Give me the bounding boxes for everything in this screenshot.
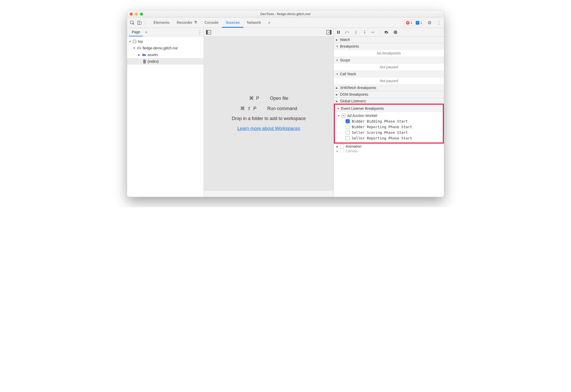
learn-workspaces-link[interactable]: Learn more about Workspaces — [237, 126, 300, 131]
inspect-icon[interactable] — [129, 19, 136, 26]
checkbox-checked[interactable]: ✓ — [346, 119, 350, 123]
svg-rect-2 — [139, 22, 141, 25]
svg-rect-5 — [206, 30, 208, 34]
svg-rect-3 — [133, 40, 136, 43]
callstack-empty: Not paused — [334, 77, 444, 84]
main-toolbar: Elements Recorder⚗ Console Sources Netwo… — [127, 18, 444, 28]
tree-top[interactable]: ▼ top — [127, 38, 204, 45]
checkbox-unchecked[interactable] — [346, 130, 350, 135]
chevron-right-icon: ▶ — [138, 52, 140, 58]
cloud-icon — [137, 47, 141, 50]
elb-group-animation[interactable]: ▶ Animation — [334, 144, 444, 149]
tab-network[interactable]: Network — [243, 18, 265, 28]
chevron-right-icon: ▶ — [336, 93, 338, 96]
section-event-listener-breakpoints[interactable]: ▼Event Listener Breakpoints — [335, 105, 443, 112]
svg-point-13 — [371, 32, 372, 33]
open-file-shortcut: ⌘ P — [249, 95, 260, 101]
chevron-down-icon: ▼ — [336, 73, 338, 75]
navigator-more-icon[interactable]: ⋮ — [197, 29, 202, 35]
section-global[interactable]: ▶Global Listeners — [334, 98, 444, 104]
section-watch[interactable]: ▶Watch — [334, 37, 444, 43]
message-icon: ≡ — [416, 21, 419, 25]
chevron-right-icon: ▶ — [336, 38, 338, 41]
step-over-icon[interactable] — [344, 29, 350, 35]
chevron-right-icon: ▶ — [336, 145, 338, 148]
tabs-overflow[interactable]: » — [265, 18, 274, 28]
section-dom[interactable]: ▶DOM Breakpoints — [334, 91, 444, 98]
checkbox-unchecked[interactable] — [346, 125, 350, 129]
breakpoints-empty: No breakpoints — [334, 50, 444, 57]
titlebar: DevTools - fledge-demo.glitch.me/ — [127, 10, 444, 18]
elb-item-seller-reporting[interactable]: Seller Reporting Phase Start — [335, 135, 443, 141]
tree-folder[interactable]: ▶ assets — [127, 51, 204, 58]
pause-exceptions-icon[interactable] — [392, 29, 399, 35]
debugger-pane: ▶Watch ▼Breakpoints No breakpoints ▼Scop… — [334, 28, 444, 197]
folder-icon — [142, 53, 146, 56]
section-xhr[interactable]: ▶XHR/fetch Breakpoints — [334, 84, 444, 91]
step-out-icon[interactable] — [361, 29, 368, 35]
scope-empty: Not paused — [334, 63, 444, 71]
elb-item-seller-scoring[interactable]: Seller Scoring Phase Start — [335, 130, 443, 135]
error-icon: ✕ — [406, 21, 410, 25]
more-icon[interactable]: ⋮ — [435, 19, 442, 26]
chevron-down-icon: ▼ — [133, 45, 135, 51]
editor-placeholder: ⌘ P Open file ⌘ ⇧ P Run command Drop in … — [204, 37, 334, 190]
frame-icon — [133, 40, 136, 43]
messages-badge[interactable]: ≡ 1 — [414, 20, 424, 25]
svg-rect-7 — [330, 30, 331, 34]
step-into-icon[interactable] — [353, 29, 359, 35]
navigator-tabs: Page » ⋮ — [127, 28, 204, 37]
subtab-overflow[interactable]: » — [143, 28, 150, 36]
chevron-down-icon: ▼ — [336, 45, 338, 48]
elb-item-bidder-bidding[interactable]: ✓ Bidder Bidding Phase Start — [335, 118, 443, 124]
section-breakpoints[interactable]: ▼Breakpoints — [334, 43, 444, 50]
elb-group-ad-auction[interactable]: ▼ Ad Auction Worklet — [335, 113, 443, 118]
editor-pane: ⌘ P Open file ⌘ ⇧ P Run command Drop in … — [204, 28, 334, 197]
document-icon — [143, 60, 146, 63]
tab-sources[interactable]: Sources — [222, 18, 243, 28]
tab-recorder[interactable]: Recorder⚗ — [173, 18, 201, 28]
pause-icon[interactable] — [335, 29, 342, 35]
elb-group-canvas[interactable]: ▶ Canvas — [334, 149, 444, 153]
checkbox-unchecked[interactable] — [340, 144, 344, 148]
elb-list: ▼ Ad Auction Worklet ✓ Bidder Bidding Ph… — [335, 112, 443, 142]
settings-icon[interactable]: ⚙ — [426, 19, 433, 26]
tree-file-index[interactable]: (index) — [127, 58, 204, 65]
svg-rect-9 — [339, 31, 340, 34]
elb-item-bidder-reporting[interactable]: Bidder Reporting Phase Start — [335, 124, 443, 130]
svg-point-10 — [345, 32, 346, 34]
panel-tabs: Elements Recorder⚗ Console Sources Netwo… — [150, 18, 274, 28]
tab-elements[interactable]: Elements — [150, 18, 173, 28]
tree-origin[interactable]: ▼ fledge-demo.glitch.me — [127, 45, 204, 51]
svg-point-11 — [355, 33, 356, 34]
run-command-shortcut: ⌘ ⇧ P — [240, 106, 257, 111]
drop-folder-text: Drop in a folder to add to workspace — [232, 116, 306, 121]
section-scope[interactable]: ▼Scope — [334, 57, 444, 63]
chevron-right-icon: ▶ — [336, 150, 338, 153]
subtab-page[interactable]: Page — [129, 28, 143, 36]
file-tree: ▼ top ▼ fledge-demo.glitch.me ▶ assets (… — [127, 37, 204, 66]
chevron-down-icon: ▼ — [336, 59, 338, 62]
svg-point-12 — [364, 30, 365, 31]
device-toggle-icon[interactable] — [136, 19, 143, 26]
toggle-navigator-icon[interactable] — [206, 30, 211, 35]
run-command-label: Run command — [267, 106, 297, 111]
section-callstack[interactable]: ▼Call Stack — [334, 71, 444, 77]
toggle-debugger-icon[interactable] — [326, 30, 332, 35]
checkbox-unchecked[interactable] — [346, 136, 350, 140]
editor-statusbar — [204, 190, 334, 197]
open-file-label: Open file — [270, 96, 288, 101]
debugger-controls — [334, 28, 444, 37]
checkbox-unchecked[interactable] — [340, 149, 344, 153]
errors-badge[interactable]: ✕ 1 — [404, 20, 414, 25]
navigator-pane: Page » ⋮ ▼ top ▼ fledge-demo.glitch.me ▶ — [127, 28, 204, 197]
step-icon[interactable] — [370, 29, 376, 35]
flask-icon: ⚗ — [194, 20, 197, 24]
editor-tabbar — [204, 28, 334, 37]
chevron-down-icon: ▼ — [129, 39, 131, 44]
devtools-window: DevTools - fledge-demo.glitch.me/ Elemen… — [127, 10, 444, 197]
checkbox-indeterminate[interactable] — [342, 114, 346, 118]
deactivate-breakpoints-icon[interactable] — [384, 29, 390, 35]
console-status[interactable]: ✕ 1 ≡ 1 — [404, 20, 424, 25]
tab-console[interactable]: Console — [201, 18, 222, 28]
